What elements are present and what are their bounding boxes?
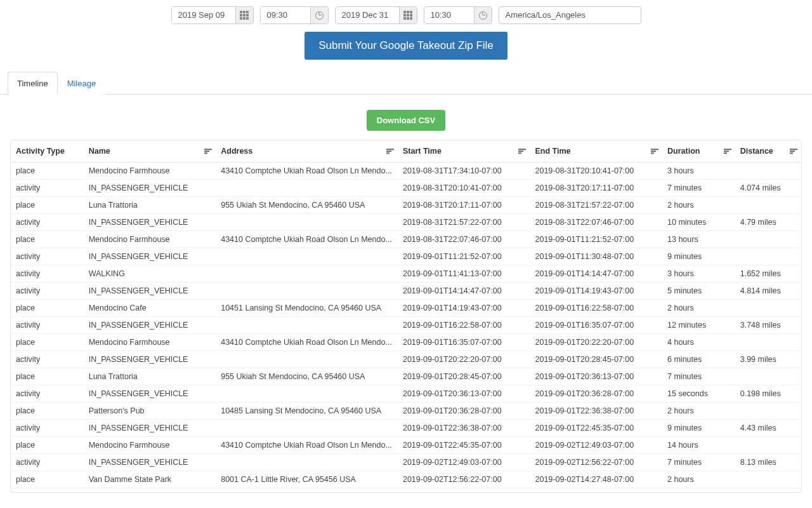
cell-start: 2019-08-31T20:10:41-07:00 <box>398 180 530 197</box>
cell-distance <box>735 163 801 180</box>
cell-start: 2019-09-01T11:41:13-07:00 <box>398 265 530 283</box>
cell-start: 2019-08-31T17:34:10-07:00 <box>398 163 530 180</box>
cell-address <box>216 351 398 368</box>
cell-type: place <box>11 403 84 420</box>
cell-end: 2019-09-01T20:36:13-07:00 <box>530 368 662 385</box>
col-start-time[interactable]: Start Time <box>398 140 530 163</box>
col-distance[interactable]: Distance <box>735 140 801 163</box>
cell-start: 2019-08-31T20:17:11-07:00 <box>398 197 530 214</box>
sort-icon[interactable] <box>518 149 526 154</box>
cell-type: place <box>11 334 84 351</box>
clock-icon[interactable] <box>474 7 492 23</box>
cell-duration: 9 minutes <box>662 248 735 265</box>
cell-duration: 10 minutes <box>662 214 735 231</box>
cell-name: Mendocino Farmhouse <box>84 163 216 180</box>
table-header-row: Activity Type Name Address Start Time En… <box>11 140 801 163</box>
cell-distance: 3.748 miles <box>735 317 801 334</box>
clock-icon[interactable] <box>310 7 328 23</box>
cell-duration: 5 minutes <box>662 283 735 300</box>
sort-icon[interactable] <box>790 149 797 154</box>
sort-icon[interactable] <box>724 149 731 154</box>
sort-icon[interactable] <box>651 149 658 154</box>
cell-name: WALKING <box>84 265 216 283</box>
cell-distance: 4.074 miles <box>735 180 801 197</box>
cell-distance: 0.198 miles <box>735 385 801 403</box>
cell-address: 8001 CA-1 Little River, CA 95456 USA <box>216 471 398 488</box>
submit-button[interactable]: Submit Your Google Takeout Zip File <box>304 32 508 60</box>
table-row: placePatterson's Pub10485 Lansing St Men… <box>11 403 801 420</box>
col-duration[interactable]: Duration <box>662 140 735 163</box>
cell-end: 2019-08-31T21:57:22-07:00 <box>530 197 662 214</box>
table-row: placeMendocino Cafe10451 Lansing St Mend… <box>11 300 801 317</box>
cell-name: IN_PASSENGER_VEHICLE <box>84 351 216 368</box>
cell-type: place <box>11 163 84 180</box>
cell-duration: 2 hours <box>662 403 735 420</box>
cell-start: 2019-09-01T20:36:28-07:00 <box>398 403 530 420</box>
cell-duration: 2 hours <box>662 300 735 317</box>
cell-end: 2019-09-01T22:45:35-07:00 <box>530 420 662 437</box>
col-address[interactable]: Address <box>216 140 398 163</box>
cell-name: IN_PASSENGER_VEHICLE <box>84 180 216 197</box>
cell-type: place <box>11 368 84 385</box>
cell-end: 2019-09-02T12:56:22-07:00 <box>530 454 662 471</box>
end-time-text: 10:30 <box>424 7 474 23</box>
col-name[interactable]: Name <box>84 140 216 163</box>
cell-end: 2019-08-31T20:17:11-07:00 <box>530 180 662 197</box>
cell-distance <box>735 403 801 420</box>
cell-duration: 13 hours <box>662 231 735 248</box>
cell-type: activity <box>11 454 84 471</box>
cell-start: 2019-09-02T14:27:48-07:00 <box>398 488 530 493</box>
sort-icon[interactable] <box>386 149 394 154</box>
cell-address <box>216 488 398 493</box>
cell-type: place <box>11 471 84 488</box>
cell-distance: 4.814 miles <box>735 283 801 300</box>
cell-start: 2019-09-02T12:56:22-07:00 <box>398 471 530 488</box>
download-csv-button[interactable]: Download CSV <box>367 110 445 131</box>
start-time-field[interactable]: 09:30 <box>260 6 329 24</box>
sort-icon[interactable] <box>204 149 212 154</box>
cell-name: IN_PASSENGER_VEHICLE <box>84 488 216 493</box>
calendar-icon[interactable] <box>399 7 417 23</box>
cell-type: place <box>11 300 84 317</box>
table-row: activityWALKING2019-09-01T11:41:13-07:00… <box>11 265 801 283</box>
timeline-table: Activity Type Name Address Start Time En… <box>10 140 802 493</box>
cell-distance: 1.652 miles <box>735 265 801 283</box>
cell-end: 2019-09-02T14:27:48-07:00 <box>530 471 662 488</box>
cell-name: IN_PASSENGER_VEHICLE <box>84 317 216 334</box>
calendar-icon[interactable] <box>235 7 253 23</box>
cell-start: 2019-09-01T16:35:07-07:00 <box>398 334 530 351</box>
cell-start: 2019-09-01T22:45:35-07:00 <box>398 437 530 454</box>
table-row: activityIN_PASSENGER_VEHICLE2019-09-01T2… <box>11 420 801 437</box>
table-row: placeVan Damme State Park8001 CA-1 Littl… <box>11 471 801 488</box>
cell-start: 2019-09-01T14:14:47-07:00 <box>398 283 530 300</box>
cell-type: activity <box>11 248 84 265</box>
table-row: placeLuna Trattoria955 Ukiah St Mendocin… <box>11 197 801 214</box>
cell-distance <box>735 300 801 317</box>
cell-type: place <box>11 197 84 214</box>
cell-start: 2019-09-01T20:28:45-07:00 <box>398 368 530 385</box>
timezone-field[interactable]: America/Los_Angeles <box>499 6 641 24</box>
col-activity-type[interactable]: Activity Type <box>11 140 84 163</box>
start-date-field[interactable]: 2019 Sep 09 <box>171 6 254 24</box>
cell-duration: 7 minutes <box>662 454 735 471</box>
end-date-field[interactable]: 2019 Dec 31 <box>335 6 417 24</box>
table-row: placeMendocino Farmhouse43410 Comptche U… <box>11 231 801 248</box>
cell-address: 10451 Lansing St Mendocino, CA 95460 USA <box>216 300 398 317</box>
tab-mileage[interactable]: Mileage <box>58 72 106 95</box>
cell-distance <box>735 334 801 351</box>
cell-duration: 1 hours <box>662 488 735 493</box>
cell-address <box>216 283 398 300</box>
cell-end: 2019-09-01T14:19:43-07:00 <box>530 283 662 300</box>
table-row: activityIN_PASSENGER_VEHICLE2019-09-01T1… <box>11 283 801 300</box>
cell-distance: 4.785 miles <box>735 488 801 493</box>
table-row: placeMendocino Farmhouse43410 Comptche U… <box>11 334 801 351</box>
col-end-time[interactable]: End Time <box>530 140 662 163</box>
cell-address <box>216 317 398 334</box>
cell-start: 2019-08-31T22:07:46-07:00 <box>398 231 530 248</box>
tab-timeline[interactable]: Timeline <box>8 72 58 95</box>
end-time-field[interactable]: 10:30 <box>424 6 492 24</box>
table-row: activityIN_PASSENGER_VEHICLE2019-09-02T1… <box>11 454 801 471</box>
cell-name: Luna Trattoria <box>84 197 216 214</box>
cell-name: Luna Trattoria <box>84 368 216 385</box>
cell-address: 43410 Comptche Ukiah Road Olson Ln Mendo… <box>216 163 398 180</box>
